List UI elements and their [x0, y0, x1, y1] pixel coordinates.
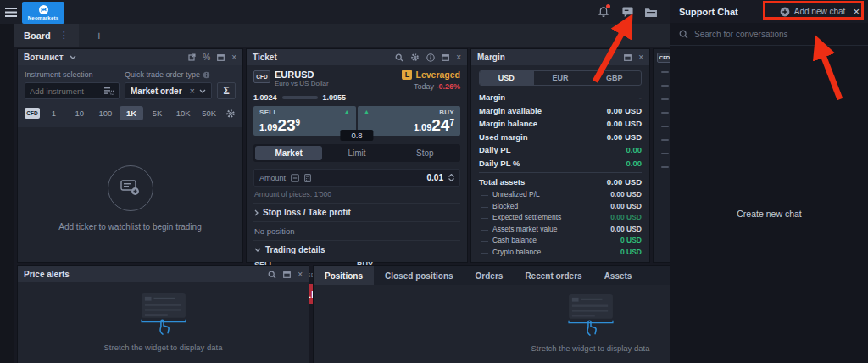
info-icon[interactable] [426, 53, 435, 62]
tab-eur[interactable]: EUR [534, 71, 588, 85]
search-icon[interactable] [268, 271, 276, 279]
margin-row: Margin available 0.00 USD [479, 104, 642, 118]
chat-button[interactable] [620, 5, 634, 19]
tab-recent-orders[interactable]: Recent orders [514, 266, 593, 285]
instrument-selection-label: Instrument selection [25, 70, 125, 79]
trading-details-row[interactable]: Trading details [253, 240, 460, 259]
add-instrument-field[interactable] [25, 82, 120, 99]
margin-header: Margin × [471, 49, 649, 65]
amount-of-pieces: Amount of pieces: 1'000 [254, 190, 459, 198]
amount-row[interactable]: Amount 0.01 [253, 169, 460, 187]
close-chat-icon[interactable]: × [853, 5, 860, 18]
price-alerts-panel: Price alerts × Stretch [17, 265, 309, 363]
left-rail [0, 24, 14, 363]
qty-option-100[interactable]: 100 [93, 106, 118, 120]
close-icon[interactable]: × [456, 53, 461, 62]
today-change-value: -0.26% [436, 82, 460, 91]
divider [479, 172, 642, 173]
sell-price-main: 23 [277, 116, 295, 134]
sell-price: 1.09239 [259, 117, 350, 133]
amount-stepper[interactable] [448, 174, 454, 182]
tab-usd[interactable]: USD [480, 71, 534, 85]
tab-market[interactable]: Market [255, 146, 322, 160]
sub-row-label: Assets market value [492, 225, 558, 233]
files-button[interactable] [644, 5, 658, 19]
calculator-icon[interactable] [304, 174, 311, 182]
notifications-button[interactable] [597, 5, 610, 19]
add-new-chat-button[interactable]: Add new chat [780, 7, 846, 17]
qty-option-10k[interactable]: 10K [171, 106, 196, 120]
sell-tick-up-icon: ▲ [344, 109, 350, 116]
instrument-settings-icon[interactable] [104, 87, 114, 95]
row-value: 0.00 USD [607, 119, 642, 128]
range-low: 1.0924 [253, 93, 277, 102]
currency-tabs: USD EUR GBP [479, 70, 642, 86]
quick-trade-label: Quick trade order type [125, 70, 200, 79]
sub-row-label: Blocked [492, 202, 518, 210]
topbar: Neomarkets [0, 0, 670, 24]
maximize-icon[interactable] [442, 54, 449, 61]
stepper-up-icon[interactable] [448, 174, 454, 177]
qty-option-10[interactable]: 10 [68, 106, 92, 120]
board-tab-menu-icon[interactable]: ⋮ [59, 30, 69, 41]
add-board-button[interactable]: + [96, 29, 103, 42]
search-icon [679, 30, 688, 39]
row-label: Daily PL % [479, 159, 520, 168]
popout-icon[interactable] [188, 53, 196, 61]
close-icon[interactable]: × [298, 271, 303, 279]
tab-closed-positions[interactable]: Closed positions [374, 266, 465, 285]
percent-icon[interactable]: % [203, 53, 210, 62]
qty-option-5k[interactable]: 5K [145, 106, 170, 120]
row-value: 0.00 USD [607, 106, 642, 115]
chevron-down-icon[interactable] [70, 55, 76, 59]
order-type-select[interactable]: Market order × [125, 82, 212, 99]
gear-icon[interactable] [410, 53, 420, 62]
search-icon[interactable] [395, 53, 403, 62]
qty-settings-button[interactable] [225, 109, 236, 119]
main-menu-button[interactable] [0, 8, 22, 17]
maximize-icon[interactable] [624, 54, 632, 61]
tab-limit[interactable]: Limit [323, 146, 390, 160]
ticket-title: Ticket [253, 53, 277, 62]
amount-value[interactable]: 0.01 [427, 173, 443, 182]
today-label: Today [414, 82, 434, 91]
minus-box-icon[interactable] [291, 174, 299, 182]
maximize-icon[interactable] [217, 54, 225, 61]
spread-value: 0.8 [340, 130, 373, 141]
chat-search-row[interactable] [670, 23, 868, 46]
sum-button[interactable]: Σ [217, 82, 236, 99]
tab-gbp[interactable]: GBP [587, 71, 641, 85]
chevron-down-icon [199, 89, 206, 93]
margin-sub-row: Cash balance 0 USD [479, 235, 642, 247]
neomarkets-logo[interactable]: Neomarkets [22, 2, 64, 24]
watchlist-empty-state: Add ticker to watchlist to begin trading [18, 127, 242, 270]
cfd-toggle[interactable]: CFD [25, 108, 40, 119]
stepper-down-icon[interactable] [448, 178, 454, 182]
tree-connector [481, 212, 488, 219]
maximize-icon[interactable] [283, 271, 291, 278]
logo-text: Neomarkets [28, 15, 58, 20]
tab-positions[interactable]: Positions [314, 266, 374, 285]
add-instrument-input[interactable] [30, 87, 104, 96]
day-range-row: 1.0924 1.0955 [253, 93, 460, 102]
qty-option-50k[interactable]: 50K [197, 106, 221, 120]
qty-option-1[interactable]: 1 [42, 106, 66, 120]
positions-empty-text: Stretch the widget to display data [531, 343, 650, 353]
close-icon[interactable]: × [638, 53, 643, 62]
total-assets-value: 0.00 USD [607, 177, 642, 187]
buy-price-prefix: 1.09 [414, 122, 431, 132]
watchlist-controls: Instrument selection Quick trade order t… [18, 65, 242, 127]
tab-assets[interactable]: Assets [593, 266, 643, 285]
stop-loss-take-profit-row[interactable]: Stop loss / Take profit [253, 203, 460, 221]
close-icon[interactable]: × [231, 53, 236, 62]
tab-stop[interactable]: Stop [392, 146, 459, 160]
instrument-row: CFD EURUSD Euro vs US Dollar L Leveraged… [253, 70, 460, 91]
order-type-value: Market order [131, 87, 186, 96]
conversation-search-input[interactable] [694, 30, 860, 39]
sub-row-label: Unrealized P/L [492, 190, 540, 198]
clear-icon[interactable]: × [190, 86, 195, 96]
margin-sub-row: Expected settlements 0.00 USD [479, 212, 642, 224]
tab-board[interactable]: Board ⋮ [14, 24, 79, 47]
tab-orders[interactable]: Orders [465, 266, 515, 285]
qty-option-1k[interactable]: 1K [120, 106, 144, 120]
